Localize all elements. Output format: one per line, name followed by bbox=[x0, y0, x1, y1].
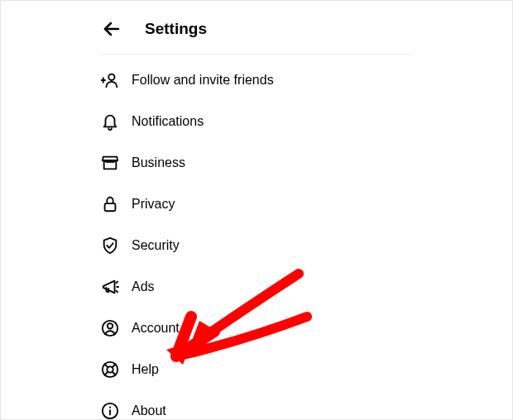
menu-item-label: Security bbox=[132, 238, 180, 253]
menu-item-help[interactable]: Help bbox=[100, 349, 413, 390]
menu-item-follow-invite[interactable]: Follow and invite friends bbox=[100, 60, 413, 101]
menu-item-security[interactable]: Security bbox=[100, 225, 413, 266]
shield-check-icon bbox=[100, 236, 120, 255]
arrow-left-icon bbox=[102, 19, 122, 39]
menu-item-ads[interactable]: Ads bbox=[100, 266, 413, 308]
megaphone-icon bbox=[100, 277, 120, 297]
page-title: Settings bbox=[145, 20, 207, 38]
menu-item-label: Business bbox=[132, 155, 185, 170]
settings-menu: Follow and invite friends Notifications … bbox=[100, 55, 413, 420]
bell-icon bbox=[100, 112, 120, 131]
lock-icon bbox=[100, 194, 120, 214]
menu-item-label: Help bbox=[132, 362, 159, 377]
svg-rect-4 bbox=[105, 203, 116, 211]
svg-point-9 bbox=[108, 323, 113, 328]
svg-line-12 bbox=[104, 364, 108, 367]
menu-item-label: Privacy bbox=[132, 197, 175, 212]
lifebuoy-icon bbox=[100, 360, 120, 379]
menu-item-notifications[interactable]: Notifications bbox=[100, 101, 413, 142]
menu-item-label: Notifications bbox=[132, 114, 204, 129]
svg-line-14 bbox=[113, 364, 116, 367]
add-person-icon bbox=[100, 70, 120, 90]
svg-line-15 bbox=[104, 372, 108, 375]
menu-item-account[interactable]: Account bbox=[100, 308, 413, 349]
menu-item-label: About bbox=[132, 403, 166, 418]
svg-line-5 bbox=[116, 282, 117, 284]
menu-item-about[interactable]: About bbox=[100, 390, 413, 420]
storefront-icon bbox=[100, 153, 120, 173]
settings-screen: Settings Follow and invite friends bbox=[1, 1, 512, 420]
header: Settings bbox=[100, 1, 413, 55]
info-circle-icon bbox=[100, 401, 120, 420]
svg-line-13 bbox=[113, 372, 116, 375]
menu-item-label: Account bbox=[132, 321, 180, 336]
menu-item-label: Follow and invite friends bbox=[132, 73, 274, 88]
menu-item-label: Ads bbox=[132, 279, 155, 294]
back-button[interactable] bbox=[100, 17, 123, 41]
svg-line-7 bbox=[116, 291, 117, 293]
svg-point-1 bbox=[108, 74, 114, 80]
menu-item-business[interactable]: Business bbox=[100, 142, 413, 184]
menu-item-privacy[interactable]: Privacy bbox=[100, 184, 413, 225]
user-circle-icon bbox=[100, 318, 120, 338]
